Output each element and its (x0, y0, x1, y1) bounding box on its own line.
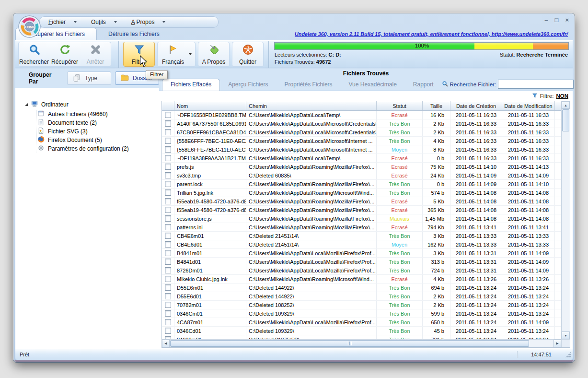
table-row[interactable]: 0346Cm01C:\Deleted 109329\Très Bon599 b2… (162, 309, 561, 318)
column-header-statut[interactable]: Statut (377, 101, 423, 110)
row-checkbox[interactable] (165, 172, 171, 178)
row-checkbox[interactable] (165, 155, 171, 161)
scroll-up-button[interactable]: ▲ (562, 101, 570, 109)
close-button[interactable]: × (565, 16, 569, 24)
table-row[interactable]: f55eab19-4580-4720-a376-d8...C:\Users\Mi… (162, 197, 561, 206)
column-header-date-de-modification[interactable]: Date de Modification (502, 101, 555, 110)
table-row[interactable]: 67CB0EFF961CBAECA81D44B...C:\Users\Mikek… (162, 128, 561, 137)
apropos-button[interactable]: A Propos (198, 43, 229, 66)
row-checkbox[interactable] (165, 302, 171, 308)
tree-item-fichier-svg-3[interactable]: Fichier SVG (3) (37, 127, 159, 136)
row-checkbox[interactable] (165, 241, 171, 248)
file-search-input[interactable] (498, 80, 574, 89)
row-checkbox[interactable] (165, 120, 171, 127)
horizontal-scroll-thumb[interactable] (170, 340, 529, 347)
row-checkbox[interactable] (165, 112, 171, 118)
row-checkbox[interactable] (165, 259, 171, 265)
table-row[interactable]: 4CA87m01C:\Users\Mikeklo\AppData\Local\M… (162, 318, 561, 327)
filter-value[interactable]: NON (556, 93, 568, 99)
table-row[interactable]: prefs.jsC:\Users\Mikeklo\AppData\Roaming… (162, 163, 561, 171)
menu-item-outils[interactable]: Outils (91, 19, 117, 25)
table-row[interactable]: 0346Cd01C:\Deleted 109329\Très Bon45 b20… (162, 327, 561, 335)
table-row[interactable]: sessionstore.jsC:\Users\Mikeklo\AppData\… (162, 214, 561, 223)
table-row[interactable]: {558E6FFE-7BEC-11E0-AEC2-...C:\Users\Mik… (162, 145, 561, 154)
tree-expander-icon[interactable] (25, 103, 28, 106)
table-row[interactable]: B4841m01C:\Users\Mikeklo\AppData\Local\M… (162, 249, 561, 258)
tab-détruire-les-fichiers[interactable]: Détruire les Fichiers (97, 28, 171, 40)
row-checkbox[interactable] (165, 276, 171, 282)
doc-tab-propriétés-fichiers[interactable]: Propriétés Fichiers (277, 79, 341, 91)
computer-icon (31, 100, 38, 109)
column-header-taille[interactable]: Taille (423, 101, 450, 110)
resize-grip-icon[interactable] (565, 352, 571, 358)
column-header-nom[interactable]: Nom (174, 101, 246, 110)
app-logo-icon[interactable]: U360 (18, 15, 41, 38)
table-row[interactable]: 70782m01C:\Deleted 108252\Très Bon2 Kb20… (162, 301, 561, 309)
doc-tab-vue-hexadécimale[interactable]: Vue Hexadécimale (341, 79, 405, 91)
scroll-right-button[interactable]: ▶ (553, 340, 561, 347)
row-checkbox[interactable] (165, 129, 171, 135)
table-row[interactable]: {558E6FFF-7BEC-11E0-AEC2-...C:\Users\Mik… (162, 137, 561, 145)
tree-item-firefox-document-5[interactable]: Firefox Document (5) (37, 136, 159, 144)
row-checkbox[interactable] (165, 284, 171, 291)
tree-item-paramètres-de-configuration-2[interactable]: Paramètres de configuration (2) (37, 144, 159, 153)
row-checkbox[interactable] (165, 189, 171, 196)
select-all-header[interactable] (162, 101, 174, 110)
table-row[interactable]: f55eab19-4580-4720-a376-d8...C:\Users\Mi… (162, 206, 561, 214)
maximize-button[interactable]: □ (555, 16, 559, 24)
row-checkbox[interactable] (165, 181, 171, 187)
doc-tab-aperçu-fichiers[interactable]: Aperçu Fichiers (220, 79, 276, 91)
row-checkbox[interactable] (165, 215, 171, 222)
minimize-button[interactable]: – (544, 16, 548, 24)
vertical-scrollbar[interactable]: ▲ ▼ (561, 101, 570, 339)
row-checkbox[interactable] (165, 310, 171, 317)
table-row[interactable]: CB4E6m01C:\Deleted 21451\14\Très Bon3 Kb… (162, 232, 561, 240)
doc-tab-fichiers-effacés[interactable]: Fichiers Effacés (162, 79, 220, 91)
menu-item-a-propos[interactable]: A Propos (131, 19, 166, 25)
row-checkbox[interactable] (165, 198, 171, 204)
table-row[interactable]: ~DF119A38F9AA3A1B21.TMPC:\Users\Mikeklo\… (162, 154, 561, 163)
rechercher-button[interactable]: Rechercher (19, 43, 49, 66)
recuperer-button[interactable]: Récupérer (49, 43, 80, 66)
row-checkbox[interactable] (165, 328, 171, 334)
scroll-down-button[interactable]: ▼ (562, 331, 570, 339)
doc-tab-rapport[interactable]: Rapport (405, 79, 442, 91)
title-bar[interactable]: U360 FichierOutilsA Propos –□× (15, 14, 573, 28)
table-row[interactable]: B4841d01C:\Users\Mikeklo\AppData\Local\M… (162, 258, 561, 266)
table-row[interactable]: 8726Dm01C:\Users\Mikeklo\AppData\Local\M… (162, 266, 561, 275)
row-checkbox[interactable] (165, 164, 171, 170)
tree-item-ordinateur[interactable]: Ordinateur (25, 100, 159, 109)
tree-item-autres-fichiers-49660[interactable]: Autres Fichiers (49660) (37, 110, 159, 118)
table-row[interactable]: ~DFE16558FD1E029BB8.TMPC:\Users\Mikeklo\… (162, 111, 561, 119)
table-row[interactable]: 84699m01C:\Deleted 21375\5C\Très Bon701 … (162, 335, 561, 339)
row-checkbox[interactable] (165, 224, 171, 230)
row-checkbox[interactable] (165, 233, 171, 239)
row-checkbox[interactable] (165, 319, 171, 325)
quitter-button[interactable]: Quitter (232, 43, 263, 66)
tree-item-document-texte-2[interactable]: Document texte (2) (37, 118, 159, 127)
version-link[interactable]: Undelete 360, version 2.11 Build 15, tot… (295, 31, 568, 37)
scroll-left-button[interactable]: ◀ (162, 340, 170, 347)
column-header-chemin[interactable]: Chemin (246, 101, 377, 110)
table-row[interactable]: Mikeklo Clubic.jpg.lnkC:\Users\Mikeklo\A… (162, 275, 561, 284)
francais-button[interactable]: Français (158, 43, 188, 66)
row-checkbox[interactable] (165, 146, 171, 153)
table-row[interactable]: A140F6A737550F6E85E06915...C:\Users\Mike… (162, 119, 561, 128)
horizontal-scrollbar[interactable]: ◀ ▶ (162, 339, 570, 347)
column-header-date-de-création[interactable]: Date de Création (450, 101, 502, 110)
row-checkbox[interactable] (165, 267, 171, 273)
menu-item-fichier[interactable]: Fichier (48, 19, 77, 25)
table-row[interactable]: D55E6d01C:\Deleted 144922\Très Bon2 Kb20… (162, 292, 561, 301)
table-row[interactable]: D55E6m01C:\Deleted 144922\Très Bon694 b2… (162, 284, 561, 292)
table-row[interactable]: CB4E6d01C:\Deleted 21451\14\Moyen162 Kb2… (162, 240, 561, 249)
table-row[interactable]: sv3c3.tmpC:\Deleted 60835\Ecrasé24 Kb201… (162, 171, 561, 180)
row-checkbox[interactable] (165, 138, 171, 144)
row-checkbox[interactable] (165, 250, 171, 256)
vertical-scroll-thumb[interactable] (562, 109, 569, 131)
chevron-down-icon[interactable] (189, 53, 192, 55)
table-row[interactable]: patterns.iniC:\Users\Mikeklo\AppData\Roa… (162, 223, 561, 232)
table-row[interactable]: parent.lockC:\Users\Mikeklo\AppData\Roam… (162, 180, 561, 189)
row-checkbox[interactable] (165, 207, 171, 213)
table-row[interactable]: Trillian 5.jpg.lnkC:\Users\Mikeklo\AppDa… (162, 189, 561, 197)
row-checkbox[interactable] (165, 293, 171, 299)
